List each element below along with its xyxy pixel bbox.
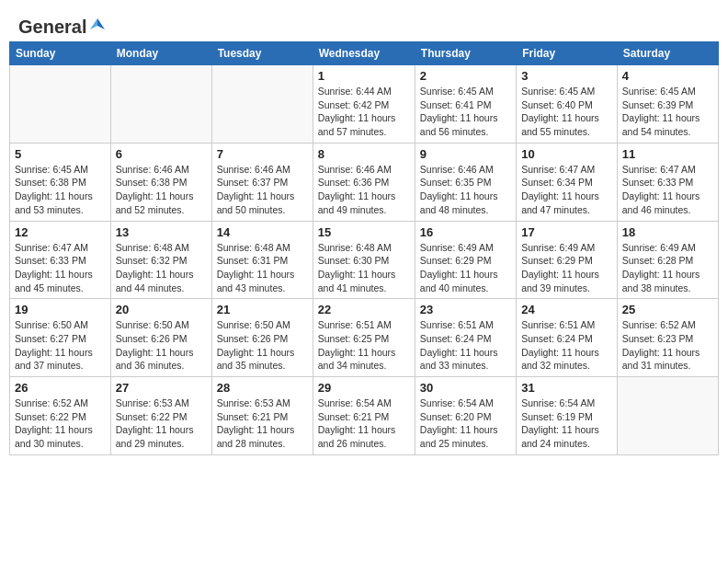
day-info: Sunrise: 6:49 AMSunset: 6:29 PMDaylight:… bbox=[420, 241, 511, 295]
day-info: Sunrise: 6:54 AMSunset: 6:21 PMDaylight:… bbox=[318, 396, 410, 451]
day-number: 21 bbox=[217, 303, 308, 316]
day-number: 27 bbox=[116, 381, 207, 395]
day-info: Sunrise: 6:52 AMSunset: 6:22 PMDaylight:… bbox=[15, 396, 106, 451]
day-info: Sunrise: 6:44 AMSunset: 6:42 PMDaylight:… bbox=[318, 85, 410, 139]
calendar-day-cell: 5Sunrise: 6:45 AMSunset: 6:38 PMDaylight… bbox=[10, 143, 111, 221]
day-info: Sunrise: 6:47 AMSunset: 6:33 PMDaylight:… bbox=[622, 163, 713, 217]
day-number: 12 bbox=[15, 225, 106, 239]
calendar-day-cell: 30Sunrise: 6:54 AMSunset: 6:20 PMDayligh… bbox=[415, 377, 516, 455]
day-info: Sunrise: 6:45 AMSunset: 6:40 PMDaylight:… bbox=[521, 85, 612, 139]
day-number: 18 bbox=[622, 225, 713, 239]
calendar-week-5: 26Sunrise: 6:52 AMSunset: 6:22 PMDayligh… bbox=[10, 377, 719, 455]
day-number: 16 bbox=[420, 225, 511, 239]
day-number: 9 bbox=[420, 147, 511, 161]
day-number: 31 bbox=[521, 381, 612, 395]
day-info: Sunrise: 6:48 AMSunset: 6:32 PMDaylight:… bbox=[116, 241, 207, 295]
svg-marker-0 bbox=[97, 18, 105, 29]
day-number: 3 bbox=[521, 69, 612, 83]
day-info: Sunrise: 6:52 AMSunset: 6:23 PMDaylight:… bbox=[622, 318, 713, 373]
calendar-day-cell: 10Sunrise: 6:47 AMSunset: 6:34 PMDayligh… bbox=[517, 143, 618, 221]
calendar-week-1: 1Sunrise: 6:44 AMSunset: 6:42 PMDaylight… bbox=[10, 65, 719, 144]
calendar-header-tuesday: Tuesday bbox=[211, 42, 313, 65]
logo-bird-icon bbox=[88, 17, 107, 35]
calendar-day-cell: 22Sunrise: 6:51 AMSunset: 6:25 PMDayligh… bbox=[313, 299, 415, 377]
day-number: 4 bbox=[622, 69, 713, 83]
calendar-day-cell: 7Sunrise: 6:46 AMSunset: 6:37 PMDaylight… bbox=[211, 143, 313, 221]
day-info: Sunrise: 6:47 AMSunset: 6:33 PMDaylight:… bbox=[15, 241, 106, 295]
calendar-day-cell: 12Sunrise: 6:47 AMSunset: 6:33 PMDayligh… bbox=[10, 221, 111, 299]
day-info: Sunrise: 6:49 AMSunset: 6:29 PMDaylight:… bbox=[521, 241, 612, 295]
day-info: Sunrise: 6:45 AMSunset: 6:38 PMDaylight:… bbox=[15, 163, 106, 217]
calendar-header-wednesday: Wednesday bbox=[313, 42, 415, 65]
day-number: 23 bbox=[420, 303, 511, 316]
calendar-day-cell: 14Sunrise: 6:48 AMSunset: 6:31 PMDayligh… bbox=[211, 221, 313, 299]
day-number: 20 bbox=[116, 303, 207, 316]
logo: General bbox=[18, 17, 107, 32]
calendar-header-monday: Monday bbox=[110, 42, 211, 65]
calendar-header-thursday: Thursday bbox=[415, 42, 516, 65]
calendar-day-cell: 21Sunrise: 6:50 AMSunset: 6:26 PMDayligh… bbox=[211, 299, 313, 377]
calendar-day-cell: 20Sunrise: 6:50 AMSunset: 6:26 PMDayligh… bbox=[110, 299, 211, 377]
day-info: Sunrise: 6:46 AMSunset: 6:35 PMDaylight:… bbox=[420, 163, 511, 217]
calendar-day-cell: 18Sunrise: 6:49 AMSunset: 6:28 PMDayligh… bbox=[617, 221, 718, 299]
day-number: 8 bbox=[318, 147, 410, 161]
page-header: General bbox=[9, 9, 719, 36]
day-info: Sunrise: 6:53 AMSunset: 6:22 PMDaylight:… bbox=[116, 396, 207, 451]
calendar-day-cell: 2Sunrise: 6:45 AMSunset: 6:41 PMDaylight… bbox=[415, 65, 516, 144]
day-info: Sunrise: 6:50 AMSunset: 6:26 PMDaylight:… bbox=[217, 318, 308, 373]
calendar-day-cell bbox=[617, 377, 718, 455]
calendar-day-cell: 8Sunrise: 6:46 AMSunset: 6:36 PMDaylight… bbox=[313, 143, 415, 221]
day-info: Sunrise: 6:46 AMSunset: 6:37 PMDaylight:… bbox=[217, 163, 308, 217]
calendar-day-cell: 19Sunrise: 6:50 AMSunset: 6:27 PMDayligh… bbox=[10, 299, 111, 377]
day-number: 10 bbox=[521, 147, 612, 161]
calendar-header-row: SundayMondayTuesdayWednesdayThursdayFrid… bbox=[10, 42, 719, 65]
calendar-day-cell bbox=[110, 65, 211, 144]
day-info: Sunrise: 6:50 AMSunset: 6:26 PMDaylight:… bbox=[116, 318, 207, 373]
calendar-day-cell bbox=[10, 65, 111, 144]
day-number: 15 bbox=[318, 225, 410, 239]
calendar-week-4: 19Sunrise: 6:50 AMSunset: 6:27 PMDayligh… bbox=[10, 299, 719, 377]
day-info: Sunrise: 6:50 AMSunset: 6:27 PMDaylight:… bbox=[15, 318, 106, 373]
calendar-day-cell: 17Sunrise: 6:49 AMSunset: 6:29 PMDayligh… bbox=[517, 221, 618, 299]
day-number: 30 bbox=[420, 381, 511, 395]
calendar-day-cell: 6Sunrise: 6:46 AMSunset: 6:38 PMDaylight… bbox=[110, 143, 211, 221]
calendar-day-cell: 15Sunrise: 6:48 AMSunset: 6:30 PMDayligh… bbox=[313, 221, 415, 299]
calendar-day-cell: 3Sunrise: 6:45 AMSunset: 6:40 PMDaylight… bbox=[517, 65, 618, 144]
calendar-day-cell: 13Sunrise: 6:48 AMSunset: 6:32 PMDayligh… bbox=[110, 221, 211, 299]
calendar-day-cell: 1Sunrise: 6:44 AMSunset: 6:42 PMDaylight… bbox=[313, 65, 415, 144]
day-number: 26 bbox=[15, 381, 106, 395]
day-info: Sunrise: 6:47 AMSunset: 6:34 PMDaylight:… bbox=[521, 163, 612, 217]
calendar-day-cell: 4Sunrise: 6:45 AMSunset: 6:39 PMDaylight… bbox=[617, 65, 718, 144]
day-number: 6 bbox=[116, 147, 207, 161]
day-info: Sunrise: 6:51 AMSunset: 6:24 PMDaylight:… bbox=[420, 318, 511, 373]
day-number: 29 bbox=[318, 381, 410, 395]
calendar-day-cell: 26Sunrise: 6:52 AMSunset: 6:22 PMDayligh… bbox=[10, 377, 111, 455]
day-number: 2 bbox=[420, 69, 511, 83]
calendar-day-cell: 23Sunrise: 6:51 AMSunset: 6:24 PMDayligh… bbox=[415, 299, 516, 377]
calendar-week-2: 5Sunrise: 6:45 AMSunset: 6:38 PMDaylight… bbox=[10, 143, 719, 221]
calendar-day-cell: 28Sunrise: 6:53 AMSunset: 6:21 PMDayligh… bbox=[211, 377, 313, 455]
day-info: Sunrise: 6:54 AMSunset: 6:19 PMDaylight:… bbox=[521, 396, 612, 451]
day-info: Sunrise: 6:46 AMSunset: 6:36 PMDaylight:… bbox=[318, 163, 410, 217]
day-info: Sunrise: 6:46 AMSunset: 6:38 PMDaylight:… bbox=[116, 163, 207, 217]
calendar-day-cell: 31Sunrise: 6:54 AMSunset: 6:19 PMDayligh… bbox=[517, 377, 618, 455]
calendar-day-cell: 24Sunrise: 6:51 AMSunset: 6:24 PMDayligh… bbox=[517, 299, 618, 377]
day-info: Sunrise: 6:53 AMSunset: 6:21 PMDaylight:… bbox=[217, 396, 308, 451]
day-number: 5 bbox=[15, 147, 106, 161]
calendar-day-cell: 29Sunrise: 6:54 AMSunset: 6:21 PMDayligh… bbox=[313, 377, 415, 455]
day-number: 19 bbox=[15, 303, 106, 316]
day-info: Sunrise: 6:51 AMSunset: 6:24 PMDaylight:… bbox=[521, 318, 612, 373]
day-info: Sunrise: 6:48 AMSunset: 6:30 PMDaylight:… bbox=[318, 241, 410, 295]
calendar-header-saturday: Saturday bbox=[617, 42, 718, 65]
day-number: 17 bbox=[521, 225, 612, 239]
day-number: 28 bbox=[217, 381, 308, 395]
day-number: 1 bbox=[318, 69, 410, 83]
calendar-day-cell: 9Sunrise: 6:46 AMSunset: 6:35 PMDaylight… bbox=[415, 143, 516, 221]
calendar-day-cell: 11Sunrise: 6:47 AMSunset: 6:33 PMDayligh… bbox=[617, 143, 718, 221]
calendar-day-cell: 25Sunrise: 6:52 AMSunset: 6:23 PMDayligh… bbox=[617, 299, 718, 377]
day-number: 24 bbox=[521, 303, 612, 316]
day-info: Sunrise: 6:45 AMSunset: 6:41 PMDaylight:… bbox=[420, 85, 511, 139]
day-info: Sunrise: 6:45 AMSunset: 6:39 PMDaylight:… bbox=[622, 85, 713, 139]
day-number: 22 bbox=[318, 303, 410, 316]
day-number: 7 bbox=[217, 147, 308, 161]
